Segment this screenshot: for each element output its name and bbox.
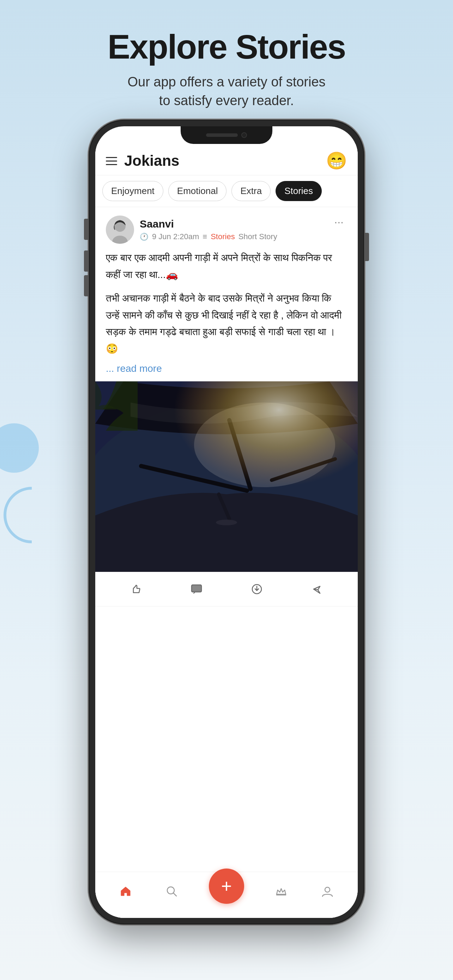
- app-name: Jokians: [124, 153, 179, 169]
- plus-icon: +: [221, 877, 232, 895]
- read-more-link[interactable]: ... read more: [95, 363, 358, 381]
- app-header: Jokians 😁: [95, 144, 358, 175]
- phone-notch: [181, 126, 272, 144]
- phone-shell: Jokians 😁 Enjoyment Emotional Extra: [89, 120, 364, 924]
- nav-home[interactable]: [116, 882, 135, 900]
- nav-crown[interactable]: [272, 882, 290, 900]
- hamburger-line-2: [106, 161, 117, 162]
- page-subtitle: Our app offers a variety of storiesto sa…: [0, 73, 453, 110]
- post-actions: [95, 572, 358, 606]
- author-info: Saanvi 🕐 9 Jun 2:20am ≡ Stories Short St…: [140, 218, 277, 241]
- decorative-circle: [0, 423, 39, 473]
- comment-button[interactable]: [187, 579, 207, 599]
- tab-extra[interactable]: Extra: [231, 181, 270, 201]
- category-tabs: Enjoyment Emotional Extra Stories: [95, 175, 358, 207]
- bottom-nav: +: [95, 872, 358, 918]
- svg-line-15: [173, 893, 176, 896]
- tab-stories[interactable]: Stories: [275, 181, 322, 201]
- app-emoji-logo: 😁: [326, 153, 347, 169]
- nav-search[interactable]: [163, 882, 181, 900]
- hamburger-line-1: [106, 157, 117, 158]
- phone-screen: Jokians 😁 Enjoyment Emotional Extra: [95, 126, 358, 918]
- page-title: Explore Stories: [0, 28, 453, 65]
- decorative-arc: [3, 487, 60, 543]
- menu-button[interactable]: [106, 157, 117, 165]
- more-options-button[interactable]: ···: [331, 216, 347, 229]
- post-card: Saanvi 🕐 9 Jun 2:20am ≡ Stories Short St…: [95, 207, 358, 606]
- post-meta: 🕐 9 Jun 2:20am ≡ Stories Short Story: [140, 232, 277, 241]
- avatar: [106, 216, 134, 244]
- tab-enjoyment[interactable]: Enjoyment: [102, 181, 163, 201]
- post-timestamp: 9 Jun 2:20am: [152, 232, 199, 241]
- post-header: Saanvi 🕐 9 Jun 2:20am ≡ Stories Short St…: [95, 207, 358, 248]
- nav-profile[interactable]: [318, 882, 337, 900]
- svg-rect-12: [192, 585, 202, 592]
- tab-emotional[interactable]: Emotional: [168, 181, 227, 201]
- author-name: Saanvi: [140, 218, 277, 230]
- meta-separator: ≡: [202, 232, 207, 241]
- app-content: Jokians 😁 Enjoyment Emotional Extra: [95, 144, 358, 918]
- post-text-2: तभी अचानक गाड़ी में बैठने के बाद उसके मि…: [95, 289, 358, 363]
- svg-point-11: [216, 520, 237, 525]
- post-category: Stories: [211, 232, 235, 241]
- share-button[interactable]: [307, 579, 327, 599]
- like-button[interactable]: [126, 579, 146, 599]
- download-button[interactable]: [247, 579, 267, 599]
- feed: Saanvi 🕐 9 Jun 2:20am ≡ Stories Short St…: [95, 207, 358, 872]
- page-header: Explore Stories Our app offers a variety…: [0, 0, 453, 124]
- post-text-1: एक बार एक आदमी अपनी गाड़ी में अपने मित्र…: [95, 248, 358, 289]
- post-author: Saanvi 🕐 9 Jun 2:20am ≡ Stories Short St…: [106, 216, 277, 244]
- svg-point-17: [325, 887, 330, 892]
- clock-icon: 🕐: [140, 232, 149, 241]
- phone-mockup: Jokians 😁 Enjoyment Emotional Extra: [89, 120, 364, 924]
- fab-add-button[interactable]: +: [209, 869, 244, 904]
- post-image: [95, 381, 358, 572]
- post-type: Short Story: [238, 232, 277, 241]
- notch-speaker: [206, 134, 238, 137]
- hamburger-line-3: [106, 164, 117, 165]
- header-left: Jokians: [106, 153, 179, 169]
- notch-camera: [241, 132, 247, 138]
